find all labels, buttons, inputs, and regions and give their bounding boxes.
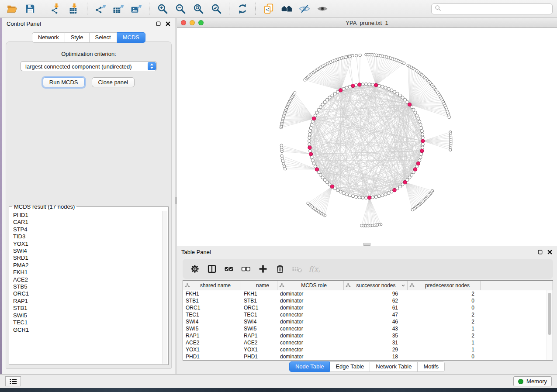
cell-predecessor-nodes[interactable]: 0 (408, 304, 481, 311)
import-table-button[interactable] (66, 2, 82, 16)
cell-successor-nodes[interactable]: 18 (344, 353, 408, 360)
close-window-traffic-light[interactable] (181, 20, 186, 25)
mcds-result-item[interactable]: STP4 (10, 226, 162, 233)
cell-predecessor-nodes[interactable]: 2 (408, 290, 481, 297)
export-table-button[interactable] (111, 2, 126, 16)
mcds-result-item[interactable]: PMA2 (10, 262, 162, 269)
cell-mcds-role[interactable]: connector (277, 311, 344, 318)
table-panel-float-button[interactable] (537, 249, 543, 255)
save-session-button[interactable] (22, 2, 38, 16)
first-neighbors-button[interactable] (279, 2, 294, 16)
search-input[interactable] (441, 5, 549, 13)
cell-predecessor-nodes[interactable]: 2 (408, 311, 481, 318)
cell-name[interactable]: STB1 (241, 297, 277, 304)
cell-successor-nodes[interactable]: 31 (344, 339, 408, 346)
mcds-result-scrollbar[interactable] (162, 211, 167, 364)
cell-successor-nodes[interactable]: 29 (344, 346, 408, 353)
cell-successor-nodes[interactable]: 43 (344, 325, 408, 332)
tab-select[interactable]: Select (90, 32, 117, 43)
cell-predecessor-nodes[interactable]: 1 (408, 339, 481, 346)
zoom-selected-button[interactable] (208, 2, 224, 16)
close-panel-button[interactable]: Close panel (92, 77, 135, 87)
cell-name[interactable]: FKH1 (241, 290, 277, 297)
column-header-name[interactable]: name (241, 281, 277, 290)
cell-mcds-role[interactable]: dominator (277, 332, 344, 339)
cell-name[interactable]: YOX1 (241, 346, 277, 353)
cell-predecessor-nodes[interactable]: 1 (408, 346, 481, 353)
cell-name[interactable]: TEC1 (241, 311, 277, 318)
mcds-result-item[interactable]: RAP1 (10, 298, 162, 305)
mcds-result-item[interactable]: SWI5 (10, 312, 162, 319)
table-row[interactable]: FKH1FKH1dominator962 (183, 290, 553, 297)
export-image-button[interactable] (128, 2, 144, 16)
cell-predecessor-nodes[interactable]: 0 (408, 297, 481, 304)
hide-selected-button[interactable] (297, 2, 312, 16)
cell-mcds-role[interactable]: dominator (277, 318, 344, 325)
table-row[interactable]: SWI5SWI5connector431 (183, 325, 553, 332)
table-row[interactable]: RAP1RAP1dominator352 (183, 332, 553, 339)
cell-successor-nodes[interactable]: 61 (344, 304, 408, 311)
table-row[interactable]: TEC1TEC1connector472 (183, 311, 553, 318)
table-scrollbar[interactable] (547, 290, 552, 360)
table-settings-button[interactable] (189, 263, 201, 275)
export-network-button[interactable] (93, 2, 108, 16)
cell-shared-name[interactable]: SWI4 (183, 318, 241, 325)
mcds-result-item[interactable]: TEC1 (10, 319, 162, 326)
cell-mcds-role[interactable]: dominator (277, 297, 344, 304)
cell-successor-nodes[interactable]: 46 (344, 318, 408, 325)
table-row[interactable]: YOX1YOX1connector291 (183, 346, 553, 353)
zoom-in-button[interactable] (155, 2, 170, 16)
cell-shared-name[interactable]: ACE2 (183, 339, 241, 346)
zoom-fit-button[interactable] (190, 2, 206, 16)
import-network-button[interactable] (48, 2, 64, 16)
table-scrollbar-thumb[interactable] (548, 293, 551, 335)
add-column-button[interactable] (257, 263, 269, 275)
clone-network-button[interactable] (261, 2, 277, 16)
mcds-result-item[interactable]: YOX1 (10, 241, 162, 248)
cell-predecessor-nodes[interactable]: 0 (408, 353, 481, 360)
mcds-result-item[interactable]: SRD1 (10, 254, 162, 261)
mcds-result-item[interactable]: CAR1 (10, 219, 162, 226)
cell-name[interactable]: ACE2 (241, 339, 277, 346)
network-canvas[interactable] (177, 28, 557, 246)
cell-name[interactable]: SWI4 (241, 318, 277, 325)
mcds-result-item[interactable]: GCR1 (10, 327, 162, 334)
cell-shared-name[interactable]: SWI5 (183, 325, 241, 332)
mcds-result-item[interactable]: FKH1 (10, 269, 162, 276)
run-mcds-button[interactable]: Run MCDS (43, 77, 85, 87)
mcds-result-item[interactable]: ACE2 (10, 276, 162, 283)
cell-name[interactable]: RAP1 (241, 332, 277, 339)
table-row[interactable]: PHD1PHD1dominator180 (183, 353, 553, 360)
cell-successor-nodes[interactable]: 96 (344, 290, 408, 297)
table-row[interactable]: STB1STB1dominator620 (183, 297, 553, 304)
tab-motifs[interactable]: Motifs (418, 361, 445, 372)
mcds-result-item[interactable]: STB1 (10, 305, 162, 312)
mcds-result-item[interactable]: TID3 (10, 233, 162, 240)
cell-shared-name[interactable]: YOX1 (183, 346, 241, 353)
cell-shared-name[interactable]: TEC1 (183, 311, 241, 318)
table-row[interactable]: SWI4SWI4dominator462 (183, 318, 553, 325)
mcds-result-item[interactable]: ORC1 (10, 290, 162, 297)
tab-node-table[interactable]: Node Table (289, 361, 330, 372)
tab-style[interactable]: Style (65, 32, 90, 43)
cell-mcds-role[interactable]: connector (277, 325, 344, 332)
show-column-panel-button[interactable] (206, 263, 218, 275)
column-header-mcds-role[interactable]: MCDS role (277, 281, 344, 290)
minimize-window-traffic-light[interactable] (190, 20, 195, 25)
cell-successor-nodes[interactable]: 35 (344, 332, 408, 339)
memory-button[interactable]: Memory (513, 376, 552, 386)
cell-predecessor-nodes[interactable]: 1 (408, 325, 481, 332)
open-file-button[interactable] (4, 2, 20, 16)
mcds-result-item[interactable]: STB5 (10, 283, 162, 290)
table-row[interactable]: ORC1ORC1dominator610 (183, 304, 553, 311)
cell-mcds-role[interactable]: connector (277, 339, 344, 346)
zoom-out-button[interactable] (173, 2, 188, 16)
column-header-predecessor-nodes[interactable]: predecessor nodes (408, 281, 481, 290)
column-header-shared-name[interactable]: shared name (183, 281, 241, 290)
cell-mcds-role[interactable]: dominator (277, 353, 344, 360)
cell-name[interactable]: SWI5 (241, 325, 277, 332)
optimization-criterion-select[interactable]: largest connected component (undirected) (21, 61, 157, 71)
cell-shared-name[interactable]: ORC1 (183, 304, 241, 311)
control-panel-float-button[interactable] (156, 21, 161, 27)
cell-shared-name[interactable]: FKH1 (183, 290, 241, 297)
